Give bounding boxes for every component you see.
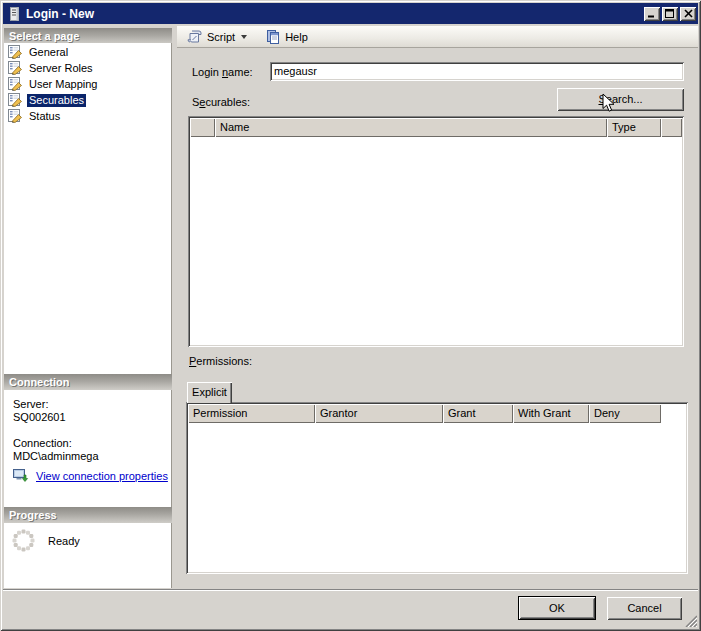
securables-col-name[interactable]: Name <box>215 118 607 137</box>
securables-label: Securables: <box>192 96 250 108</box>
help-button[interactable]: Help <box>260 27 313 47</box>
permissions-col-grantor[interactable]: Grantor <box>315 404 443 423</box>
sidebar-item-general[interactable]: General <box>4 44 171 60</box>
minimize-icon <box>647 9 657 18</box>
page-icon <box>7 93 23 107</box>
securables-table[interactable]: Name Type <box>188 116 684 347</box>
maximize-icon <box>665 9 675 18</box>
script-dropdown-arrow-icon[interactable] <box>241 35 247 39</box>
sidebar-item-label: Server Roles <box>27 62 95 75</box>
toolbar: Script Help <box>177 26 698 48</box>
script-button[interactable]: Script <box>182 27 252 47</box>
permissions-table[interactable]: Permission Grantor Grant With Grant Deny <box>186 402 688 574</box>
minimize-button[interactable] <box>644 7 660 21</box>
sidebar-item-label: User Mapping <box>27 78 99 91</box>
sidebar-item-user-mapping[interactable]: User Mapping <box>4 76 171 92</box>
connection-panel: Server: SQ002601 Connection: MDC\adminme… <box>4 390 172 507</box>
connection-header: Connection <box>4 374 172 390</box>
sidebar-item-label: Securables <box>27 94 86 107</box>
connection-value: MDC\adminmega <box>13 450 99 462</box>
resize-grip[interactable] <box>684 614 697 627</box>
connection-properties-icon <box>12 467 29 484</box>
permissions-col-permission[interactable]: Permission <box>188 404 315 423</box>
page-list: General Server Roles User Mapping Secura… <box>4 43 172 374</box>
progress-status: Ready <box>48 535 80 547</box>
script-icon <box>187 29 203 45</box>
page-icon <box>7 45 23 59</box>
help-button-label: Help <box>285 31 308 43</box>
securables-col-type[interactable]: Type <box>607 118 661 137</box>
close-icon <box>684 9 693 18</box>
server-value: SQ002601 <box>13 411 66 423</box>
sidebar-item-status[interactable]: Status <box>4 108 171 124</box>
permissions-col-grant[interactable]: Grant <box>443 404 513 423</box>
permissions-col-deny[interactable]: Deny <box>589 404 661 423</box>
search-button[interactable]: Search... <box>557 88 684 111</box>
login-name-input[interactable]: megausr <box>270 62 684 81</box>
mouse-cursor-icon <box>602 93 616 114</box>
page-icon <box>7 109 23 123</box>
login-new-dialog: Login - New Select a page General <box>0 0 701 631</box>
permissions-table-header: Permission Grantor Grant With Grant Deny <box>188 404 686 423</box>
help-icon <box>265 29 281 45</box>
permissions-label: Permissions: <box>189 355 252 367</box>
cancel-button[interactable]: Cancel <box>607 597 682 620</box>
ok-button[interactable]: OK <box>518 596 596 620</box>
page-icon <box>7 77 23 91</box>
sidebar: Select a page General Server Roles User … <box>4 28 172 588</box>
sidebar-item-label: Status <box>27 110 62 123</box>
maximize-button[interactable] <box>662 7 678 21</box>
server-label: Server: <box>13 398 48 410</box>
permissions-col-with-grant[interactable]: With Grant <box>513 404 589 423</box>
securables-table-header: Name Type <box>190 118 682 137</box>
login-name-label: Login name: <box>192 66 253 78</box>
securables-col-rowselect[interactable] <box>190 118 215 137</box>
progress-spinner-icon <box>10 527 37 554</box>
sidebar-item-server-roles[interactable]: Server Roles <box>4 60 171 76</box>
footer-separator <box>3 589 698 591</box>
page-icon <box>7 61 23 75</box>
dialog-icon <box>6 6 22 22</box>
close-button[interactable] <box>680 7 696 21</box>
window-title: Login - New <box>26 7 642 21</box>
script-button-label: Script <box>207 31 235 43</box>
view-connection-properties-link[interactable]: View connection properties <box>36 470 168 482</box>
securables-col-extra[interactable] <box>661 118 682 137</box>
select-a-page-header: Select a page <box>4 28 172 44</box>
sidebar-item-securables[interactable]: Securables <box>4 92 171 108</box>
progress-header: Progress <box>4 507 172 523</box>
tab-explicit[interactable]: Explicit <box>187 382 232 403</box>
progress-panel: Ready <box>4 523 172 588</box>
connection-label: Connection: <box>13 437 72 449</box>
sidebar-item-label: General <box>27 46 70 59</box>
titlebar[interactable]: Login - New <box>3 3 698 24</box>
